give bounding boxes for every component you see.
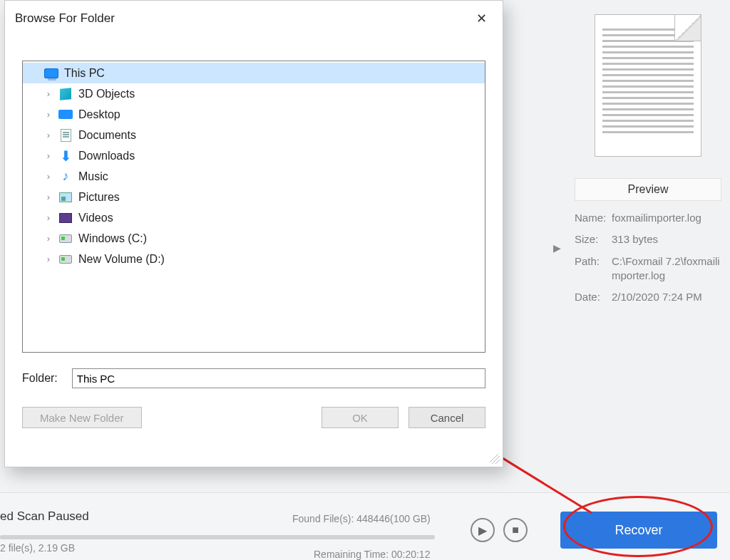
found-files-label: Found File(s): 448446(100 GB)	[292, 513, 431, 524]
tree-label: Desktop	[78, 108, 120, 121]
cube-icon	[58, 88, 73, 100]
chevron-right-icon[interactable]: ›	[44, 171, 53, 182]
tree-item-windows-c[interactable]: › Windows (C:)	[23, 228, 485, 249]
tree-item-new-volume-d[interactable]: › New Volume (D:)	[23, 249, 485, 269]
folder-field-label: Folder:	[22, 372, 58, 385]
tree-label: This PC	[64, 67, 105, 80]
recover-button[interactable]: Recover	[560, 512, 717, 549]
monitor-icon	[58, 108, 73, 121]
remaining-time-label: Remaining Time: 00:20:12	[314, 549, 430, 560]
tree-item-desktop[interactable]: › Desktop	[23, 104, 485, 125]
tree-label: Videos	[78, 212, 113, 224]
tree-label: Music	[78, 170, 108, 183]
tree-item-3d-objects[interactable]: › 3D Objects	[23, 83, 485, 104]
chevron-right-icon[interactable]: ›	[44, 233, 53, 244]
chevron-right-icon[interactable]: ›	[44, 109, 53, 120]
tree-item-music[interactable]: › ♪ Music	[23, 166, 485, 187]
preview-button[interactable]: Preview	[575, 178, 721, 201]
document-icon	[58, 129, 73, 142]
ok-button[interactable]: OK	[322, 407, 399, 428]
chevron-right-icon[interactable]: ›	[44, 212, 53, 223]
dialog-close-button[interactable]: ✕	[471, 8, 493, 29]
music-note-icon: ♪	[58, 170, 73, 183]
disk-icon	[58, 232, 73, 245]
tree-label: Documents	[78, 129, 136, 142]
dialog-title: Browse For Folder	[15, 11, 115, 26]
play-button[interactable]: ▶	[471, 518, 495, 542]
folder-tree[interactable]: › This PC › 3D Objects › Desktop › Docum…	[22, 61, 485, 353]
scan-progress	[0, 535, 435, 539]
picture-icon	[58, 191, 73, 204]
folder-path-input[interactable]	[72, 368, 485, 388]
tree-label: 3D Objects	[78, 88, 135, 100]
stop-icon: ■	[512, 524, 519, 536]
resize-grip-icon[interactable]	[490, 454, 500, 464]
video-icon	[58, 212, 73, 224]
tree-item-documents[interactable]: › Documents	[23, 125, 485, 145]
browse-folder-dialog: Browse For Folder ✕ › This PC › 3D Objec…	[4, 0, 503, 467]
pc-icon	[44, 67, 58, 80]
preview-panel: ▶ Preview Name:foxmailimporter.log Size:…	[566, 0, 730, 492]
chevron-right-icon[interactable]: ›	[44, 88, 53, 99]
disk-icon	[58, 253, 73, 266]
info-date: Date:2/10/2020 7:24 PM	[575, 290, 721, 304]
tree-item-videos[interactable]: › Videos	[23, 207, 485, 228]
tree-label: Downloads	[78, 150, 135, 162]
tree-label: Pictures	[78, 191, 120, 204]
chevron-right-icon[interactable]: ›	[44, 254, 53, 264]
close-icon: ✕	[476, 11, 487, 26]
tree-item-pictures[interactable]: › Pictures	[23, 187, 485, 207]
tree-label: Windows (C:)	[78, 232, 147, 245]
tree-label: New Volume (D:)	[78, 253, 165, 266]
tree-item-downloads[interactable]: › ⬇ Downloads	[23, 145, 485, 166]
play-icon: ▶	[478, 524, 487, 537]
download-arrow-icon: ⬇	[58, 150, 73, 162]
info-path: Path:C:\Foxmail 7.2\foxmailimporter.log	[575, 254, 721, 284]
file-thumbnail	[595, 14, 701, 157]
chevron-right-icon[interactable]: ›	[44, 192, 53, 202]
info-name: Name:foxmailimporter.log	[575, 211, 721, 225]
chevron-right-icon[interactable]: ›	[44, 150, 53, 161]
panel-collapse-caret-icon[interactable]: ▶	[553, 242, 561, 254]
chevron-right-icon[interactable]: ›	[44, 130, 53, 140]
cancel-button[interactable]: Cancel	[408, 407, 485, 428]
tree-root-this-pc[interactable]: › This PC	[23, 63, 485, 83]
info-size: Size:313 bytes	[575, 232, 721, 247]
make-new-folder-button[interactable]: Make New Folder	[22, 407, 142, 428]
stop-button[interactable]: ■	[503, 518, 528, 542]
